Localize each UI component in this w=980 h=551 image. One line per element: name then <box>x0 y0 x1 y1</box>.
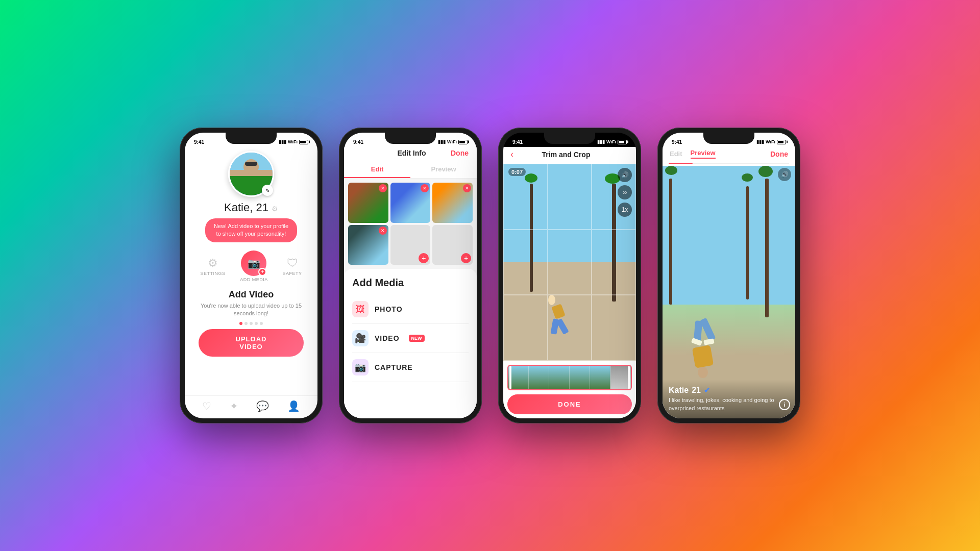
photo-cell-3[interactable]: ✕ <box>432 183 473 223</box>
photo-grid: ✕ ✕ ✕ ✕ + + <box>344 179 477 269</box>
remove-photo-4[interactable]: ✕ <box>379 227 387 235</box>
phone4-main: Edit Preview Done <box>663 147 795 418</box>
volume-btn[interactable]: 🔊 <box>618 168 632 182</box>
video-controls: 🔊 ∞ 1x <box>618 168 632 217</box>
remove-photo-1[interactable]: ✕ <box>379 184 387 192</box>
profile-name-1: Katie, 21 ⚙ <box>224 201 278 214</box>
nav-like[interactable]: ♡ <box>202 400 211 412</box>
preview-progress-bar-outer <box>669 163 789 164</box>
status-icons-2: ▮▮▮ WiFi <box>438 139 468 144</box>
phone-1: 9:41 ▮▮▮ WiFi ✎ Katie, 21 <box>180 128 323 423</box>
media-option-capture[interactable]: 📷 CAPTURE <box>352 353 469 382</box>
settings-icon: ⚙ SETTINGS <box>200 257 225 276</box>
nav-chat[interactable]: 💬 <box>256 400 269 412</box>
phone-2: 9:41 ▮▮▮ WiFi Edit Info Done Edit Previe… <box>339 128 482 423</box>
phone2-header: Edit Info Done <box>344 147 477 161</box>
timeline-strip[interactable] <box>507 365 632 390</box>
speed-btn[interactable]: 1x <box>618 203 632 217</box>
verified-icon: ✔ <box>704 386 710 394</box>
phone-3: 9:41 ▮▮▮ WiFi ‹ Trim and Crop <box>498 128 641 423</box>
tab-preview[interactable]: Preview <box>410 161 477 178</box>
nav-boost[interactable]: ✦ <box>230 400 238 412</box>
preview-tabs: Edit Preview <box>670 149 716 159</box>
remove-photo-3[interactable]: ✕ <box>463 184 471 192</box>
add-media-icon[interactable]: 📷 + ADD MEDIA <box>240 251 268 282</box>
notch-3 <box>544 133 595 144</box>
back-button[interactable]: ‹ <box>510 149 513 160</box>
preview-info-overlay: Katie 21 ✔ I like traveling, jokes, cook… <box>663 380 795 418</box>
loop-btn[interactable]: ∞ <box>618 185 632 199</box>
time-3: 9:41 <box>512 139 523 145</box>
add-video-bubble: New! Add video to your profile to show o… <box>205 218 297 242</box>
photo-cell-4[interactable]: ✕ <box>348 225 388 265</box>
notch-4 <box>703 133 754 144</box>
photo-cell-1[interactable]: ✕ <box>348 183 388 223</box>
add-video-title: Add Video <box>229 289 274 300</box>
safety-icon: 🛡 SAFETY <box>283 257 302 276</box>
timeline-handle-right[interactable] <box>628 366 630 389</box>
photo-cell-2[interactable]: ✕ <box>390 183 431 223</box>
video-icon: 🎥 <box>352 330 369 346</box>
add-plus-2[interactable]: + <box>461 253 471 263</box>
tab-edit-4[interactable]: Edit <box>670 150 682 158</box>
action-row: ⚙ SETTINGS 📷 + ADD MEDIA 🛡 SAFETY <box>193 251 309 282</box>
time-4: 9:41 <box>672 139 682 145</box>
status-icons-1: ▮▮▮ WiFi <box>279 139 308 144</box>
avatar-container: ✎ <box>228 151 274 197</box>
time-2: 9:41 <box>353 139 363 145</box>
phone3-main: ‹ Trim and Crop <box>503 147 636 418</box>
add-media-title: Add Media <box>352 277 469 289</box>
edit-badge[interactable]: ✎ <box>262 185 273 196</box>
preview-bio: I like traveling, jokes, cooking and goi… <box>669 396 789 412</box>
nav-profile[interactable]: 👤 <box>287 400 300 412</box>
status-icons-3: ▮▮▮ WiFi <box>597 139 627 144</box>
preview-volume-btn[interactable]: 🔊 <box>778 168 791 181</box>
upload-video-button[interactable]: UPLOAD VIDEO <box>199 329 303 357</box>
preview-video: 🔊 Katie 21 ✔ I like traveling, jokes, co… <box>663 166 795 418</box>
photo-icon: 🖼 <box>352 301 369 317</box>
phone-4: 9:41 ▮▮▮ WiFi Edit Preview Done <box>657 128 800 423</box>
add-plus-1[interactable]: + <box>419 253 429 263</box>
page-dots <box>239 322 263 325</box>
preview-profile-name: Katie 21 ✔ <box>669 386 789 395</box>
trim-crop-title: Trim and Crop <box>542 151 591 159</box>
info-button[interactable]: i <box>779 399 790 410</box>
media-option-photo[interactable]: 🖼 PHOTO <box>352 295 469 324</box>
add-media-sheet: Add Media 🖼 PHOTO 🎥 VIDEO NEW 📷 CAPTURE <box>344 269 477 418</box>
add-video-desc: You're now able to upload video up to 15… <box>193 302 309 318</box>
video-editor: 0:07 🔊 ∞ 1x <box>503 164 636 361</box>
capture-icon: 📷 <box>352 359 369 375</box>
time-1: 9:41 <box>194 139 204 145</box>
timeline-handle-left[interactable] <box>509 366 511 389</box>
notch-1 <box>226 133 277 144</box>
phone1-main: ✎ Katie, 21 ⚙ New! Add video to your pro… <box>185 147 317 395</box>
phone2-main: Edit Info Done Edit Preview ✕ ✕ ✕ <box>344 147 477 418</box>
media-option-video[interactable]: 🎥 VIDEO NEW <box>352 324 469 353</box>
phone3-header: ‹ Trim and Crop <box>503 147 636 164</box>
add-photo-slot-1[interactable]: + <box>390 225 431 265</box>
phone2-tabs: Edit Preview <box>344 161 477 179</box>
status-icons-4: ▮▮▮ WiFi <box>756 139 786 144</box>
notch-2 <box>385 133 436 144</box>
phone4-header: Edit Preview Done <box>663 147 795 163</box>
tab-edit[interactable]: Edit <box>344 161 410 178</box>
tab-preview-4[interactable]: Preview <box>691 149 716 159</box>
done-button[interactable]: DONE <box>507 394 632 414</box>
timeline-area: DONE <box>503 361 636 418</box>
crop-grid <box>503 164 636 361</box>
bottom-nav-1: ♡ ✦ 💬 👤 <box>185 395 317 418</box>
add-photo-slot-2[interactable]: + <box>432 225 473 265</box>
done-btn-4[interactable]: Done <box>770 150 788 158</box>
video-timer: 0:07 <box>508 168 526 176</box>
